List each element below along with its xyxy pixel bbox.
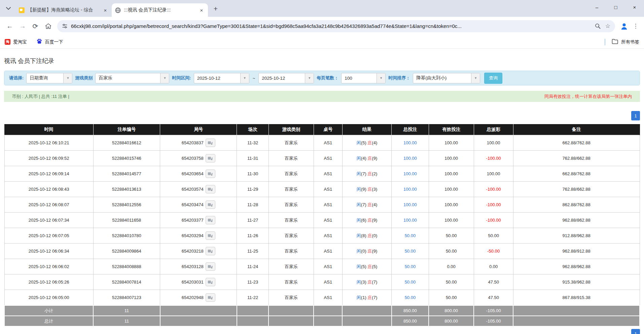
game-type-cell: 百家乐 bbox=[269, 274, 314, 290]
bookmark-aitaobao[interactable]: 淘 爱淘宝 bbox=[5, 39, 27, 45]
round-id-cell: 654203758 bbox=[160, 151, 237, 166]
tab-forum[interactable]: 【新提醒】海燕策略论坛 - 综合 × bbox=[15, 3, 112, 17]
forward-button[interactable]: → bbox=[16, 20, 29, 33]
maximize-button[interactable]: □ bbox=[606, 0, 625, 14]
reload-button[interactable]: ⟳ bbox=[29, 20, 42, 33]
home-button[interactable] bbox=[42, 20, 55, 33]
note-cell: 662.88/762.88 bbox=[513, 166, 640, 182]
bet-time-cell: 2025-10-12 06:07:05 bbox=[4, 228, 93, 244]
round-id: 654203218 bbox=[182, 249, 204, 254]
tab-close-icon[interactable]: × bbox=[102, 7, 108, 13]
session-cell: 11-28 bbox=[237, 197, 269, 213]
game-type-cell: 百家乐 bbox=[269, 244, 314, 259]
video-replay-button[interactable] bbox=[206, 200, 215, 209]
tab-search-button[interactable] bbox=[3, 3, 13, 13]
total-bet-link[interactable]: 100.00 bbox=[392, 166, 429, 182]
all-bookmarks[interactable]: 所有书签 bbox=[605, 39, 639, 45]
valid-bet-cell: 100.00 bbox=[429, 197, 474, 213]
video-replay-button[interactable] bbox=[206, 139, 215, 147]
summary-label-cell: 总计 bbox=[4, 316, 93, 326]
window-controls: – □ × bbox=[587, 0, 644, 14]
video-replay-button[interactable] bbox=[206, 154, 215, 162]
player-result: 闲 bbox=[357, 140, 361, 145]
total-bet-link[interactable]: 100.00 bbox=[392, 151, 429, 166]
page-1-button[interactable]: 1 bbox=[631, 329, 640, 334]
result-score: (3) bbox=[361, 280, 366, 285]
video-replay-button[interactable] bbox=[206, 231, 215, 240]
tab-betrecord[interactable]: :::视讯 会员下注纪录::: × bbox=[112, 3, 208, 17]
valid-bet-cell: 50.00 bbox=[429, 244, 474, 259]
total-bet-link[interactable]: 100.00 bbox=[392, 213, 429, 228]
result-score: (2) bbox=[372, 171, 377, 176]
banker-result: 庄 bbox=[367, 295, 372, 300]
tab-close-icon[interactable]: × bbox=[199, 7, 205, 13]
date-from-select[interactable]: 2025-10-12 ▼ bbox=[194, 73, 249, 83]
total-bet-link[interactable]: 50.00 bbox=[392, 274, 429, 290]
pagination-top: 1 bbox=[4, 111, 640, 120]
result-score: (5) bbox=[372, 264, 377, 269]
valid-bet-cell: 100.00 bbox=[429, 182, 474, 197]
video-replay-button[interactable] bbox=[206, 216, 215, 224]
zoom-icon[interactable] bbox=[595, 23, 601, 29]
valid-bet-cell: 50.00 bbox=[429, 290, 474, 306]
video-replay-button[interactable] bbox=[206, 293, 215, 302]
bet-id-cell: 522884009864 bbox=[93, 244, 160, 259]
video-replay-button[interactable] bbox=[206, 185, 215, 193]
video-camera-icon bbox=[208, 187, 213, 191]
total-bet-link[interactable]: 50.00 bbox=[392, 244, 429, 259]
video-replay-button[interactable] bbox=[206, 247, 215, 255]
total-bet-link[interactable]: 100.00 bbox=[392, 197, 429, 213]
chevron-down-icon[interactable]: ▼ bbox=[240, 73, 249, 83]
game-type-cell: 百家乐 bbox=[269, 259, 314, 274]
chevron-down-icon[interactable]: ▼ bbox=[305, 73, 314, 83]
query-mode-select[interactable]: 日期查询 ▼ bbox=[26, 73, 72, 83]
total-bet-link[interactable]: 50.00 bbox=[392, 259, 429, 274]
query-button[interactable]: 查询 bbox=[484, 73, 502, 84]
session-cell: 11-23 bbox=[237, 274, 269, 290]
valid-bet-cell: 100.00 bbox=[429, 151, 474, 166]
chevron-down-icon[interactable]: ▼ bbox=[377, 73, 385, 83]
summary-count-cell: 11 bbox=[93, 316, 160, 326]
payout-cell: -100.00 bbox=[474, 151, 513, 166]
page-size-select[interactable]: 100 ▼ bbox=[341, 73, 386, 83]
page-1-button[interactable]: 1 bbox=[631, 111, 640, 120]
bookmark-baidu[interactable]: 百度一下 bbox=[36, 38, 63, 45]
column-header: 有效投注 bbox=[429, 124, 474, 135]
game-type-value: 百家乐 bbox=[96, 73, 160, 83]
profile-avatar[interactable] bbox=[618, 21, 630, 32]
total-bet-link[interactable]: 100.00 bbox=[392, 182, 429, 197]
total-bet-link[interactable]: 50.00 bbox=[392, 228, 429, 244]
close-button[interactable]: × bbox=[625, 0, 644, 14]
total-bet-link[interactable]: 100.00 bbox=[392, 135, 429, 151]
chevron-down-icon[interactable]: ▼ bbox=[160, 73, 169, 83]
video-replay-button[interactable] bbox=[206, 170, 215, 178]
bet-id-cell: 522884012556 bbox=[93, 197, 160, 213]
game-type-select[interactable]: 百家乐 ▼ bbox=[95, 73, 169, 83]
summary-count-cell: 11 bbox=[93, 305, 160, 316]
new-tab-button[interactable]: + bbox=[211, 4, 221, 14]
round-id-cell: 654203574 bbox=[160, 182, 237, 197]
site-info-icon[interactable] bbox=[62, 23, 68, 29]
summary-payout-cell: -105.00 bbox=[474, 316, 513, 326]
result-cell: 闲(4) 庄(9) bbox=[342, 151, 391, 166]
round-id: 654203654 bbox=[182, 171, 204, 176]
bookmark-star-icon[interactable]: ☆ bbox=[605, 23, 610, 30]
browser-menu-icon[interactable]: ⋮ bbox=[631, 21, 641, 32]
summary-empty-table-id-cell bbox=[314, 305, 342, 316]
total-bet-link[interactable]: 50.00 bbox=[392, 290, 429, 306]
video-replay-button[interactable] bbox=[206, 262, 215, 271]
date-to-select[interactable]: 2025-10-12 ▼ bbox=[258, 73, 314, 83]
video-replay-button[interactable] bbox=[206, 278, 215, 286]
sort-select[interactable]: 降幂(由大到小) ▼ bbox=[413, 73, 480, 83]
back-button[interactable]: ← bbox=[3, 20, 16, 33]
chevron-down-icon[interactable]: ▼ bbox=[63, 73, 72, 83]
omnibox-actions: ☆ bbox=[595, 23, 610, 30]
minimize-button[interactable]: – bbox=[587, 0, 606, 14]
result-cell: 闲(8) 庄(0) bbox=[342, 228, 391, 244]
url-text[interactable]: 66cxkj98.com/ipl/portal.php/game/betreco… bbox=[71, 23, 592, 29]
address-bar[interactable]: 66cxkj98.com/ipl/portal.php/game/betreco… bbox=[57, 20, 615, 32]
chevron-down-icon[interactable]: ▼ bbox=[471, 73, 480, 83]
bookmarks-bar: 淘 爱淘宝 百度一下 所有书签 bbox=[0, 35, 644, 48]
banker-result: 庄 bbox=[367, 218, 372, 223]
bet-time-cell: 2025-10-12 06:05:00 bbox=[4, 290, 93, 306]
